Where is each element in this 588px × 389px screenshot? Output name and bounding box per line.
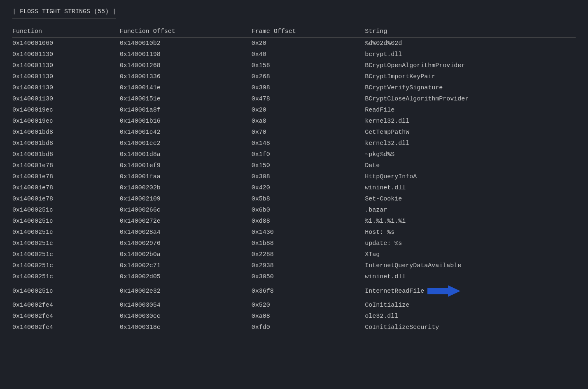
cell-function-offset: 0x140001cc2 bbox=[120, 138, 252, 149]
cell-frame-offset: 0xd88 bbox=[252, 216, 365, 227]
table-row: 0x14000251c0x14000266c0x6b0.bazar bbox=[12, 205, 576, 216]
table-row: 0x14000251c0x140002c710x2938InternetQuer… bbox=[12, 260, 576, 271]
cell-function: 0x140002fe4 bbox=[12, 300, 120, 311]
cell-string: wininet.dll bbox=[365, 182, 576, 193]
cell-frame-offset: 0x150 bbox=[252, 160, 365, 171]
table-row: 0x140001bd80x140001c420x70GetTempPathW bbox=[12, 127, 576, 138]
cell-string: %d%02d%02d bbox=[365, 38, 576, 49]
cell-function: 0x1400019ec bbox=[12, 105, 120, 116]
cell-function: 0x140001e78 bbox=[12, 182, 120, 193]
cell-function: 0x14000251c bbox=[12, 260, 120, 271]
table-row: 0x1400019ec0x140001a8f0x20ReadFile bbox=[12, 105, 576, 116]
cell-function: 0x140001130 bbox=[12, 93, 120, 105]
cell-function-offset: 0x140002976 bbox=[120, 238, 252, 249]
cell-frame-offset: 0x36f8 bbox=[252, 282, 365, 300]
svg-marker-0 bbox=[427, 285, 460, 297]
cell-string: Host: %s bbox=[365, 227, 576, 238]
table-row: 0x140001e780x14000202b0x420wininet.dll bbox=[12, 182, 576, 193]
cell-string: InternetReadFile bbox=[365, 282, 576, 300]
cell-string: update: %s bbox=[365, 238, 576, 249]
cell-function: 0x140001e78 bbox=[12, 193, 120, 205]
cell-string: BCryptVerifySignature bbox=[365, 82, 576, 93]
table-row: 0x140001e780x1400021090x5b8Set-Cookie bbox=[12, 193, 576, 205]
cell-frame-offset: 0x308 bbox=[252, 171, 365, 182]
table-row: 0x14000251c0x1400029760x1b88update: %s bbox=[12, 238, 576, 249]
cell-function: 0x14000251c bbox=[12, 227, 120, 238]
cell-function-offset: 0x1400010b2 bbox=[120, 38, 252, 49]
string-with-arrow: InternetReadFile bbox=[365, 284, 460, 298]
cell-function: 0x140001e78 bbox=[12, 171, 120, 182]
cell-function: 0x14000251c bbox=[12, 238, 120, 249]
cell-frame-offset: 0x268 bbox=[252, 71, 365, 82]
table-row: 0x1400010600x1400010b20x20%d%02d%02d bbox=[12, 38, 576, 49]
cell-frame-offset: 0x5b8 bbox=[252, 193, 365, 205]
cell-frame-offset: 0x1b88 bbox=[252, 238, 365, 249]
cell-string: bcrypt.dll bbox=[365, 49, 576, 60]
cell-frame-offset: 0x1430 bbox=[252, 227, 365, 238]
cell-string: .bazar bbox=[365, 205, 576, 216]
cell-function-offset: 0x14000141e bbox=[120, 82, 252, 93]
cell-string: CoInitializeSecurity bbox=[365, 322, 576, 333]
cell-function-offset: 0x140003054 bbox=[120, 300, 252, 311]
cell-function: 0x140001130 bbox=[12, 82, 120, 93]
cell-frame-offset: 0x2938 bbox=[252, 260, 365, 271]
cell-string: InternetQueryDataAvailable bbox=[365, 260, 576, 271]
cell-frame-offset: 0x40 bbox=[252, 49, 365, 60]
table-row: 0x14000251c0x140002d050x3050wininet.dll bbox=[12, 271, 576, 282]
cell-function: 0x140001130 bbox=[12, 60, 120, 71]
cell-function-offset: 0x140001c42 bbox=[120, 127, 252, 138]
table-row: 0x1400019ec0x140001b160xa8kernel32.dll bbox=[12, 116, 576, 127]
cell-function-offset: 0x14000272e bbox=[120, 216, 252, 227]
col-header-function: Function bbox=[12, 26, 120, 38]
data-table: Function Function Offset Frame Offset St… bbox=[12, 26, 576, 333]
cell-function: 0x140001e78 bbox=[12, 160, 120, 171]
cell-function-offset: 0x140001b16 bbox=[120, 116, 252, 127]
cell-function: 0x140002fe4 bbox=[12, 322, 120, 333]
table-row: 0x140002fe40x14000318c0xfd0CoInitializeS… bbox=[12, 322, 576, 333]
cell-function: 0x140001060 bbox=[12, 38, 120, 49]
cell-function: 0x14000251c bbox=[12, 282, 120, 300]
cell-string: GetTempPathW bbox=[365, 127, 576, 138]
table-row: 0x140002fe40x1400030cc0xa08ole32.dll bbox=[12, 311, 576, 322]
cell-function-offset: 0x140001a8f bbox=[120, 105, 252, 116]
table-row: 0x1400011300x14000151e0x478BCryptCloseAl… bbox=[12, 93, 576, 105]
cell-string: %i.%i.%i.%i bbox=[365, 216, 576, 227]
cell-function-offset: 0x1400028a4 bbox=[120, 227, 252, 238]
cell-function-offset: 0x140002e32 bbox=[120, 282, 252, 300]
cell-string: BCryptImportKeyPair bbox=[365, 71, 576, 82]
cell-function-offset: 0x14000151e bbox=[120, 93, 252, 105]
cell-string: CoInitialize bbox=[365, 300, 576, 311]
cell-function-offset: 0x1400030cc bbox=[120, 311, 252, 322]
table-row: 0x14000251c0x140002b0a0x2288XTag bbox=[12, 249, 576, 260]
cell-string: ole32.dll bbox=[365, 311, 576, 322]
table-row: 0x14000251c0x140002e320x36f8InternetRead… bbox=[12, 282, 576, 300]
cell-function: 0x140002fe4 bbox=[12, 311, 120, 322]
cell-frame-offset: 0x1f0 bbox=[252, 149, 365, 160]
cell-frame-offset: 0x20 bbox=[252, 38, 365, 49]
cell-frame-offset: 0x398 bbox=[252, 82, 365, 93]
table-row: 0x14000251c0x1400028a40x1430Host: %s bbox=[12, 227, 576, 238]
cell-string: Set-Cookie bbox=[365, 193, 576, 205]
cell-function: 0x14000251c bbox=[12, 271, 120, 282]
cell-function: 0x140001130 bbox=[12, 49, 120, 60]
cell-function-offset: 0x14000318c bbox=[120, 322, 252, 333]
cell-string: XTag bbox=[365, 249, 576, 260]
cell-function-offset: 0x140001336 bbox=[120, 71, 252, 82]
cell-frame-offset: 0xa8 bbox=[252, 116, 365, 127]
table-row: 0x14000251c0x14000272e0xd88%i.%i.%i.%i bbox=[12, 216, 576, 227]
table-row: 0x140002fe40x1400030540x520CoInitialize bbox=[12, 300, 576, 311]
cell-function-offset: 0x140002109 bbox=[120, 193, 252, 205]
table-row: 0x1400011300x1400011980x40bcrypt.dll bbox=[12, 49, 576, 60]
cell-frame-offset: 0xa08 bbox=[252, 311, 365, 322]
cell-string: Date bbox=[365, 160, 576, 171]
cell-string: kernel32.dll bbox=[365, 138, 576, 149]
table-row: 0x1400011300x14000141e0x398BCryptVerifyS… bbox=[12, 82, 576, 93]
cell-frame-offset: 0x70 bbox=[252, 127, 365, 138]
cell-function-offset: 0x140002b0a bbox=[120, 249, 252, 260]
table-row: 0x140001e780x140001faa0x308HttpQueryInfo… bbox=[12, 171, 576, 182]
cell-frame-offset: 0x20 bbox=[252, 105, 365, 116]
cell-frame-offset: 0x420 bbox=[252, 182, 365, 193]
cell-string: BCryptCloseAlgorithmProvider bbox=[365, 93, 576, 105]
cell-function: 0x140001bd8 bbox=[12, 127, 120, 138]
cell-frame-offset: 0xfd0 bbox=[252, 322, 365, 333]
